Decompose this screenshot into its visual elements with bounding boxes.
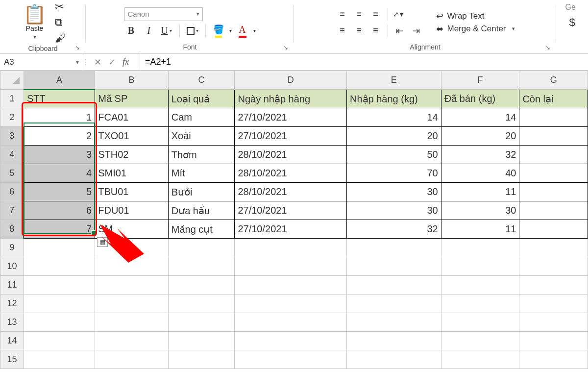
cell-A7[interactable]: 6 (24, 201, 95, 220)
cell-C13[interactable] (168, 313, 235, 332)
cell-E5[interactable]: 70 (346, 164, 441, 183)
cell-E11[interactable] (346, 276, 441, 294)
drag-handle[interactable]: ⋮ (83, 54, 88, 70)
cell-G9[interactable] (519, 239, 588, 257)
cell-A10[interactable] (24, 257, 95, 276)
cell-E13[interactable] (346, 313, 441, 332)
header-cell[interactable]: Mã SP (95, 90, 168, 108)
cell-E9[interactable] (346, 239, 441, 257)
increase-indent-button[interactable]: ⇥ (410, 24, 423, 38)
dialog-launcher-icon[interactable]: ↘ (75, 44, 80, 51)
cell-G15[interactable] (519, 350, 588, 369)
cell-C6[interactable]: Bưởi (168, 183, 235, 201)
header-cell[interactable]: Ngày nhập hàng (235, 90, 347, 108)
cut-icon[interactable]: ✂ (55, 0, 66, 13)
cell-G6[interactable] (519, 183, 588, 201)
col-header-G[interactable]: G (519, 71, 588, 90)
name-box[interactable]: A3 ▾ (0, 54, 83, 70)
chevron-down-icon[interactable]: ▾ (253, 28, 256, 33)
col-header-A[interactable]: A (24, 71, 95, 90)
cell-D12[interactable] (235, 294, 347, 313)
cell-A11[interactable] (24, 276, 95, 294)
cell-D9[interactable] (235, 239, 347, 257)
cell-D15[interactable] (235, 350, 347, 369)
cell-F4[interactable]: 32 (441, 146, 519, 164)
cell-D2[interactable]: 27/10/2021 (235, 108, 347, 127)
accept-formula-icon[interactable]: ✓ (108, 57, 116, 68)
cell-F5[interactable]: 40 (441, 164, 519, 183)
row-header-7[interactable]: 7 (0, 201, 24, 220)
cell-B6[interactable]: TBU01 (95, 183, 168, 201)
cell-C3[interactable]: Xoài (168, 127, 235, 146)
cell-D5[interactable]: 28/10/2021 (235, 164, 347, 183)
cell-E2[interactable]: 14 (346, 108, 441, 127)
cell-B7[interactable]: FDU01 (95, 201, 168, 220)
underline-button[interactable]: U▾ (160, 24, 173, 38)
cell-F15[interactable] (441, 350, 519, 369)
paste-button[interactable]: 📋 Paste ▾ (20, 4, 49, 41)
cell-B4[interactable]: STH02 (95, 146, 168, 164)
merge-center-button[interactable]: ⬌ Merge & Center ▾ (436, 24, 515, 34)
cancel-formula-icon[interactable]: ✕ (94, 57, 101, 68)
cell-D14[interactable] (235, 332, 347, 350)
header-cell[interactable]: STT (24, 90, 95, 108)
cell-B8[interactable]: SM (95, 220, 168, 239)
cell-F12[interactable] (441, 294, 519, 313)
wrap-text-button[interactable]: ↩ Wrap Text (436, 11, 515, 22)
cell-B2[interactable]: FCA01 (95, 108, 168, 127)
cell-A12[interactable] (24, 294, 95, 313)
align-center-button[interactable]: ≡ (352, 24, 366, 38)
cell-E14[interactable] (346, 332, 441, 350)
borders-button[interactable]: ▾ (186, 24, 199, 38)
fill-color-button[interactable]: 🪣 (212, 24, 225, 38)
row-header-15[interactable]: 15 (0, 350, 24, 369)
cell-D11[interactable] (235, 276, 347, 294)
currency-button[interactable]: $ (565, 16, 579, 29)
cell-G4[interactable] (519, 146, 588, 164)
align-right-button[interactable]: ≡ (369, 24, 383, 38)
format-painter-icon[interactable]: 🖌 (55, 32, 66, 45)
cell-C12[interactable] (168, 294, 235, 313)
cell-G10[interactable] (519, 257, 588, 276)
cell-D3[interactable]: 27/10/2021 (235, 127, 347, 146)
cell-C2[interactable]: Cam (168, 108, 235, 127)
cell-A6[interactable]: 5 (24, 183, 95, 201)
fx-icon[interactable]: fx (122, 57, 129, 67)
cell-A9[interactable] (24, 239, 95, 257)
cell-E7[interactable]: 30 (346, 201, 441, 220)
cell-F2[interactable]: 14 (441, 108, 519, 127)
cell-G3[interactable] (519, 127, 588, 146)
align-top-button[interactable]: ≡ (336, 7, 349, 21)
row-header-12[interactable]: 12 (0, 294, 24, 313)
font-family-select[interactable]: Canon ▾ (124, 7, 203, 21)
cell-E12[interactable] (346, 294, 441, 313)
cell-A2[interactable]: 1 (24, 108, 95, 127)
header-cell[interactable]: Còn lại (519, 90, 588, 108)
cell-F8[interactable]: 11 (441, 220, 519, 239)
row-header-9[interactable]: 9 (0, 239, 24, 257)
col-header-E[interactable]: E (346, 71, 441, 90)
chevron-down-icon[interactable]: ▾ (76, 59, 79, 66)
cell-A4[interactable]: 3 (24, 146, 95, 164)
cell-D13[interactable] (235, 313, 347, 332)
bold-button[interactable]: B (124, 24, 138, 38)
cell-B14[interactable] (95, 332, 168, 350)
chevron-down-icon[interactable]: ▾ (229, 28, 232, 33)
align-left-button[interactable]: ≡ (336, 24, 349, 38)
row-header-5[interactable]: 5 (0, 164, 24, 183)
dialog-launcher-icon[interactable]: ↘ (283, 44, 288, 51)
row-header-10[interactable]: 10 (0, 257, 24, 276)
cell-E3[interactable]: 20 (346, 127, 441, 146)
cell-F6[interactable]: 11 (441, 183, 519, 201)
cell-B3[interactable]: TXO01 (95, 127, 168, 146)
cell-G11[interactable] (519, 276, 588, 294)
cell-C4[interactable]: Thơm (168, 146, 235, 164)
formula-input[interactable] (140, 54, 588, 70)
header-cell[interactable]: Nhập hàng (kg) (346, 90, 441, 108)
cell-B5[interactable]: SMI01 (95, 164, 168, 183)
cell-A5[interactable]: 4 (24, 164, 95, 183)
cell-C5[interactable]: Mít (168, 164, 235, 183)
col-header-D[interactable]: D (235, 71, 347, 90)
cell-B10[interactable] (95, 257, 168, 276)
row-header-13[interactable]: 13 (0, 313, 24, 332)
